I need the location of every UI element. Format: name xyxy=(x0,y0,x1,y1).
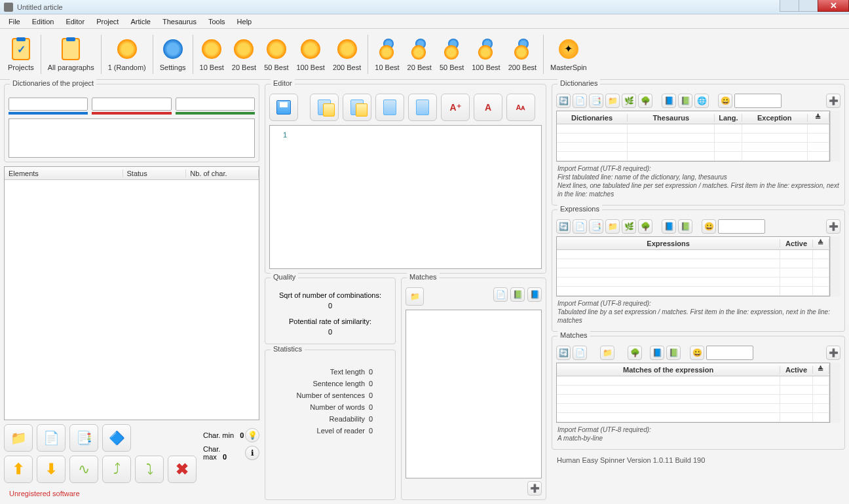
mix-200-button[interactable]: 200 Best xyxy=(504,36,540,73)
char-warn-icon[interactable]: 💡 xyxy=(245,428,259,442)
dictionaries-table[interactable]: Dictionaries Thesaurus Lang. Exception ≜ xyxy=(556,111,830,162)
project-dict-combo-2[interactable] xyxy=(92,98,171,111)
expr-scrollbar[interactable] xyxy=(830,236,840,297)
expr-btn-8[interactable]: 📗 xyxy=(678,219,692,234)
menu-tools[interactable]: Tools xyxy=(202,16,231,27)
rmatch-col-matches[interactable]: Matches of the expression xyxy=(557,366,780,374)
nbchar-column-header[interactable]: Nb. of char. xyxy=(186,170,259,177)
dict-col-dictionaries[interactable]: Dictionaries xyxy=(557,114,628,122)
mix-100-button[interactable]: 100 Best xyxy=(468,36,504,73)
best-200-button[interactable]: 200 Best xyxy=(329,36,365,73)
random-button[interactable]: 1 (Random) xyxy=(104,36,150,73)
curve-2-button[interactable]: ⤴ xyxy=(102,456,131,483)
dict-col-thesaurus[interactable]: Thesaurus xyxy=(628,114,715,122)
elements-column-header[interactable]: Elements xyxy=(5,170,123,177)
settings-button[interactable]: Settings xyxy=(156,36,190,73)
matches-tool-1-button[interactable]: 📄 xyxy=(493,287,508,302)
add-folder-button[interactable]: 📁 xyxy=(4,424,33,452)
rmatch-btn-2[interactable]: 📄 xyxy=(573,346,587,360)
elements-table[interactable]: Elements Status Nb. of char. xyxy=(4,166,259,420)
rmatch-btn-5[interactable]: 📘 xyxy=(650,346,664,360)
projects-button[interactable]: Projects xyxy=(4,36,38,73)
expr-search-input[interactable] xyxy=(718,219,765,234)
dict-col-exception[interactable]: Exception xyxy=(742,114,808,122)
expr-btn-6[interactable]: 🌳 xyxy=(638,219,652,234)
expr-btn-2[interactable]: 📄 xyxy=(573,219,587,234)
masterspin-button[interactable]: ✦MasterSpin xyxy=(546,36,591,73)
delete-button[interactable]: ✖ xyxy=(168,456,197,483)
add-file-button[interactable]: 📄 xyxy=(37,424,66,452)
dict-col-lang[interactable]: Lang. xyxy=(715,114,742,122)
editor-font-medium-button[interactable]: A xyxy=(474,94,502,121)
best-50-button[interactable]: 50 Best xyxy=(260,36,292,73)
minimize-button[interactable] xyxy=(780,0,799,12)
char-info-icon[interactable]: ℹ xyxy=(245,446,259,460)
expr-col-active[interactable]: Active xyxy=(780,240,813,247)
dict-btn-7[interactable]: 📘 xyxy=(662,94,676,108)
matches-refresh-button[interactable]: 📁 xyxy=(406,287,424,306)
mix-20-button[interactable]: 20 Best xyxy=(404,36,436,73)
dict-scrollbar[interactable] xyxy=(830,111,840,162)
project-dict-combo-1[interactable] xyxy=(9,98,88,111)
rmatch-btn-8[interactable]: ➕ xyxy=(826,346,840,360)
expr-btn-4[interactable]: 📁 xyxy=(605,219,620,234)
menu-article[interactable]: Article xyxy=(124,16,157,27)
dict-search-input[interactable] xyxy=(734,94,782,108)
rmatch-search-input[interactable] xyxy=(706,346,753,360)
dict-btn-3[interactable]: 📑 xyxy=(589,94,603,108)
duplicate-button[interactable]: 📑 xyxy=(69,424,98,452)
mix-50-button[interactable]: 50 Best xyxy=(436,36,468,73)
maximize-button[interactable] xyxy=(799,0,818,12)
project-dict-list[interactable] xyxy=(9,118,255,158)
expr-btn-7[interactable]: 📘 xyxy=(662,219,676,234)
curve-3-button[interactable]: ⤵ xyxy=(135,456,164,483)
editor-page-2-button[interactable] xyxy=(408,94,437,121)
project-dict-combo-3[interactable] xyxy=(176,98,255,111)
editor-page-1-button[interactable] xyxy=(375,94,404,121)
dict-btn-8[interactable]: 📗 xyxy=(678,94,692,108)
editor-textarea[interactable]: 1 xyxy=(269,125,542,269)
menu-file[interactable]: File xyxy=(3,16,26,27)
rmatch-btn-7[interactable]: 😀 xyxy=(690,346,704,360)
expr-btn-10[interactable]: ➕ xyxy=(826,219,840,234)
menu-project[interactable]: Project xyxy=(90,16,124,27)
matches-tool-2-button[interactable]: 📗 xyxy=(510,287,525,302)
expr-col-expressions[interactable]: Expressions xyxy=(557,240,780,247)
move-down-button[interactable]: ⬇ xyxy=(37,456,66,483)
dict-btn-11[interactable]: ➕ xyxy=(826,94,840,108)
cube-button[interactable]: 🔷 xyxy=(102,424,131,452)
menu-thesaurus[interactable]: Thesaurus xyxy=(157,16,202,27)
dict-btn-1[interactable]: 🔄 xyxy=(556,94,571,108)
dict-btn-2[interactable]: 📄 xyxy=(573,94,587,108)
dict-btn-4[interactable]: 📁 xyxy=(605,94,620,108)
dict-btn-10[interactable]: 😀 xyxy=(718,94,732,108)
dict-btn-6[interactable]: 🌳 xyxy=(638,94,652,108)
editor-save-button[interactable] xyxy=(269,94,298,121)
status-column-header[interactable]: Status xyxy=(123,170,187,177)
menu-help[interactable]: Help xyxy=(231,16,258,27)
editor-font-small-button[interactable]: Aᴀ xyxy=(506,94,535,121)
curve-1-button[interactable]: ∿ xyxy=(69,456,98,483)
editor-font-large-button[interactable]: A⁺ xyxy=(441,94,470,121)
best-20-button[interactable]: 20 Best xyxy=(228,36,260,73)
rmatch-scrollbar[interactable] xyxy=(830,363,840,423)
expr-col-sort[interactable]: ≜ xyxy=(813,239,829,247)
move-up-button[interactable]: ⬆ xyxy=(4,456,33,483)
expr-btn-5[interactable]: 🌿 xyxy=(622,219,636,234)
matches-tool-3-button[interactable]: 📘 xyxy=(527,287,542,302)
dict-btn-9[interactable]: 🌐 xyxy=(694,94,709,108)
editor-copy-button[interactable] xyxy=(310,94,339,121)
dict-col-sort[interactable]: ≜ xyxy=(808,113,829,122)
rmatch-btn-1[interactable]: 🔄 xyxy=(556,346,571,360)
matches-list[interactable] xyxy=(406,310,542,478)
editor-paste-button[interactable] xyxy=(343,94,371,121)
rmatch-btn-3[interactable]: 📁 xyxy=(600,346,614,360)
all-paragraphs-button[interactable]: All paragraphs xyxy=(44,36,98,73)
menu-edition[interactable]: Edition xyxy=(26,16,60,27)
mix-10-button[interactable]: 10 Best xyxy=(371,36,403,73)
expr-btn-9[interactable]: 😀 xyxy=(702,219,716,234)
menu-editor[interactable]: Editor xyxy=(60,16,90,27)
expr-btn-3[interactable]: 📑 xyxy=(589,219,603,234)
dict-btn-5[interactable]: 🌿 xyxy=(622,94,636,108)
rmatch-col-sort[interactable]: ≜ xyxy=(813,365,829,374)
